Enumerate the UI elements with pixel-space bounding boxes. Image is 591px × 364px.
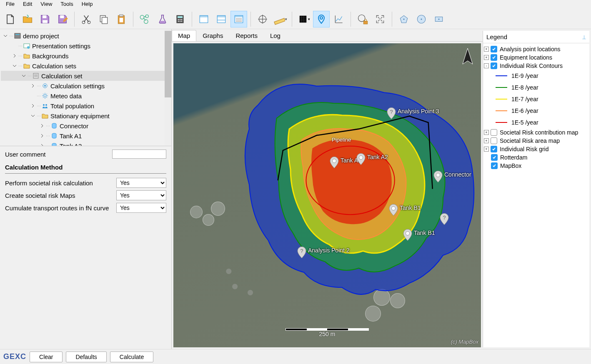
map-marker[interactable]: Tank B1 bbox=[389, 204, 398, 217]
zoom-lock-icon[interactable] bbox=[354, 11, 371, 27]
user-comment-input[interactable] bbox=[112, 150, 166, 159]
tree-scrollbar[interactable] bbox=[165, 29, 171, 146]
legend-layer[interactable]: +Societal Risk area map bbox=[484, 137, 588, 145]
tree-item[interactable]: ⋯Tank A1 bbox=[1, 131, 170, 141]
tree-expand-icon[interactable] bbox=[12, 63, 18, 69]
svg-rect-6 bbox=[102, 17, 108, 23]
legend-layer[interactable]: +Individual Risk grid bbox=[484, 145, 588, 153]
tab-log[interactable]: Log bbox=[264, 30, 287, 41]
legend-layer[interactable]: +Equipment locations bbox=[484, 53, 588, 62]
checkbox-on-icon[interactable] bbox=[491, 46, 497, 52]
tree-item[interactable]: ⋯Backgrounds bbox=[1, 51, 170, 61]
checkbox-on-icon[interactable] bbox=[491, 54, 497, 61]
tree-expand-icon[interactable] bbox=[21, 73, 27, 79]
menu-edit[interactable]: Edit bbox=[19, 0, 36, 9]
location-pin-icon[interactable] bbox=[313, 11, 330, 27]
tree-item[interactable]: ⋯Calculation settings bbox=[1, 81, 170, 91]
menu-tools[interactable]: Tools bbox=[56, 0, 77, 9]
legend-contour: 1E-7 /year bbox=[484, 93, 588, 105]
menu-help[interactable]: Help bbox=[78, 0, 97, 9]
map-marker[interactable]: ?Analysis Point 3 bbox=[387, 107, 396, 121]
tree-item[interactable]: ⋯Total population bbox=[1, 101, 170, 111]
legend-layer[interactable]: MapBox bbox=[484, 162, 588, 170]
legend-layer[interactable]: Rotterdam bbox=[484, 153, 588, 162]
tree-expand-icon[interactable] bbox=[39, 123, 45, 129]
checkbox-on-icon[interactable] bbox=[491, 162, 498, 169]
copy-icon[interactable] bbox=[95, 11, 112, 27]
checkbox-off-icon[interactable] bbox=[491, 137, 497, 144]
project-tree[interactable]: ⋯ demo project ⋯Presentation settings⋯Ba… bbox=[0, 29, 171, 146]
checkbox-on-icon[interactable] bbox=[491, 154, 498, 161]
shape-polygon-icon[interactable] bbox=[396, 11, 412, 27]
tree-expand-icon[interactable] bbox=[30, 83, 36, 89]
prop-select[interactable]: Yes bbox=[116, 203, 166, 213]
map-marker[interactable]: ?Analysis Point 2 bbox=[297, 246, 306, 260]
tree-expand-icon[interactable] bbox=[12, 53, 18, 59]
paste-icon[interactable] bbox=[113, 11, 130, 27]
legend-expand-icon[interactable]: + bbox=[484, 47, 489, 52]
map-marker[interactable]: Tank B1 bbox=[403, 229, 412, 242]
new-file-icon[interactable] bbox=[2, 11, 18, 27]
tree-expand-icon[interactable] bbox=[39, 143, 45, 146]
menu-view[interactable]: View bbox=[36, 0, 56, 9]
crosshair-icon[interactable] bbox=[254, 11, 271, 27]
open-folder-icon[interactable] bbox=[19, 11, 36, 27]
tab-reports[interactable]: Reports bbox=[229, 30, 264, 41]
tree-project-root[interactable]: ⋯ demo project bbox=[1, 31, 170, 41]
svg-point-54 bbox=[44, 95, 46, 97]
legend-expand-icon[interactable]: + bbox=[484, 147, 489, 152]
zoom-extents-icon[interactable] bbox=[372, 11, 388, 27]
tab-map[interactable]: Map bbox=[172, 30, 196, 41]
map-marker[interactable]: ? bbox=[440, 213, 449, 227]
calculator-icon[interactable] bbox=[172, 11, 188, 27]
window-detail-icon[interactable] bbox=[230, 11, 247, 27]
map-marker[interactable]: Connector bbox=[433, 170, 443, 184]
tree-expand-icon[interactable] bbox=[39, 133, 45, 139]
defaults-button[interactable]: Defaults bbox=[66, 352, 106, 362]
tree-item[interactable]: ⋯Stationary equipment bbox=[1, 111, 170, 121]
checkbox-off-icon[interactable] bbox=[491, 129, 497, 136]
project-icon bbox=[14, 32, 21, 40]
grid-icon[interactable]: ▾ bbox=[296, 11, 312, 27]
chart-line-icon[interactable] bbox=[331, 11, 347, 27]
tree-item[interactable]: ⋯Tank A2 bbox=[1, 141, 170, 146]
legend-expand-icon[interactable]: - bbox=[484, 63, 489, 68]
save-as-icon[interactable] bbox=[54, 11, 71, 27]
menu-file[interactable]: File bbox=[2, 0, 19, 9]
ruler-icon[interactable]: ▾ bbox=[272, 11, 288, 27]
save-icon[interactable] bbox=[37, 11, 53, 27]
prop-select[interactable]: Yes bbox=[116, 178, 166, 188]
map-view[interactable]: Pipeline ?Analysis Point 3Tank A1Tank A2… bbox=[173, 43, 481, 347]
tree-expand-icon[interactable] bbox=[12, 43, 18, 49]
map-marker[interactable]: Tank A2 bbox=[356, 153, 366, 167]
tab-graphs[interactable]: Graphs bbox=[196, 30, 229, 41]
legend-expand-icon[interactable]: + bbox=[484, 138, 489, 143]
cut-icon[interactable] bbox=[78, 11, 95, 27]
tree-item[interactable]: ⋯Meteo data bbox=[1, 91, 170, 101]
tree-item[interactable]: ⋯Calculation sets bbox=[1, 61, 170, 71]
tree-expand-icon[interactable] bbox=[30, 103, 36, 109]
legend-expand-icon[interactable]: + bbox=[484, 130, 489, 135]
legend-expand-icon[interactable]: + bbox=[484, 55, 489, 60]
window-split-icon[interactable] bbox=[213, 11, 230, 27]
shape-rect-icon[interactable] bbox=[431, 11, 447, 27]
tree-expand-icon[interactable] bbox=[30, 93, 36, 99]
legend-layer[interactable]: +Analysis point locations bbox=[484, 45, 588, 53]
molecules-icon[interactable] bbox=[137, 11, 153, 27]
flask-icon[interactable] bbox=[154, 11, 171, 27]
checkbox-on-icon[interactable] bbox=[491, 146, 497, 152]
clear-button[interactable]: Clear bbox=[30, 352, 63, 362]
legend-layer[interactable]: +Societal Risk contribution map bbox=[484, 128, 588, 137]
tree-item[interactable]: ⋯Connector bbox=[1, 121, 170, 131]
calculate-button[interactable]: Calculate bbox=[110, 352, 153, 362]
shape-circle-icon[interactable] bbox=[413, 11, 430, 27]
tree-item[interactable]: ⋯Calculation set bbox=[1, 71, 170, 81]
legend-layer[interactable]: -Individual Risk Contours bbox=[484, 62, 588, 70]
prop-select[interactable]: Yes bbox=[116, 190, 166, 200]
map-marker[interactable]: Tank A1 bbox=[330, 156, 339, 170]
tree-expand-icon[interactable] bbox=[30, 113, 36, 119]
window-icon[interactable] bbox=[195, 11, 212, 27]
tree-item[interactable]: ⋯Presentation settings bbox=[1, 41, 170, 51]
checkbox-on-icon[interactable] bbox=[491, 62, 497, 69]
pin-icon[interactable]: ⟂ bbox=[582, 33, 586, 40]
